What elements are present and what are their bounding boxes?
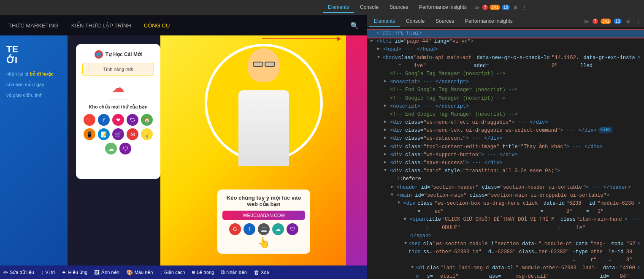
more-tabs-icon[interactable]: ≫ bbox=[473, 4, 482, 11]
dt-tab-sources[interactable]: Sources bbox=[430, 16, 459, 27]
facebook-icon[interactable]: f bbox=[244, 223, 255, 235]
toolbar-spacing[interactable]: ↕ Giãn cách bbox=[160, 269, 185, 276]
tab-console[interactable]: Console bbox=[355, 3, 384, 13]
icon-circle-5[interactable]: 🏠 bbox=[141, 114, 153, 126]
duplicate-icon: ⧉ bbox=[221, 269, 225, 276]
arrow-html[interactable] bbox=[371, 38, 375, 44]
icon-circle-8[interactable]: 🛒 bbox=[112, 128, 124, 140]
icon-circle-3[interactable]: ❤ bbox=[112, 114, 124, 126]
arrow-noscript2[interactable] bbox=[384, 103, 388, 109]
noscript-2[interactable]: <noscript> ··· </noscript> bbox=[367, 103, 644, 111]
toolbar-position-label: Vị trí bbox=[45, 270, 55, 275]
nav-item-tools[interactable]: CÔNG CỤ bbox=[144, 22, 170, 29]
comment-gtm2: <!-- Google Tag Manager (noscript) --> bbox=[367, 95, 644, 103]
toolbar-effect[interactable]: ✦ Hiệu ứng bbox=[62, 269, 87, 276]
div-ws-datacount[interactable]: <div class="ws-datacount"> ··· </div> bbox=[367, 135, 644, 143]
head-line[interactable]: <head> ··· </head> bbox=[367, 46, 644, 54]
arrow-menu-text[interactable] bbox=[384, 127, 388, 133]
arrow-empty4 bbox=[384, 111, 388, 117]
icon-circle-12[interactable]: 🛡 bbox=[119, 143, 131, 154]
arrow-datacount[interactable] bbox=[384, 135, 388, 141]
div-ladi[interactable]: <div class="ladi ladi-msg-detail" data-c… bbox=[367, 264, 644, 279]
more-tabs-btn[interactable]: ≫ bbox=[582, 18, 591, 25]
arrow-head[interactable] bbox=[377, 46, 382, 52]
position-icon: ↕ bbox=[41, 269, 44, 276]
spacing-icon: ↕ bbox=[160, 269, 162, 276]
arrow-handle[interactable] bbox=[404, 216, 408, 222]
icon-circle-6[interactable]: 📱 bbox=[84, 128, 95, 140]
icon-circle-4[interactable]: 🛡 bbox=[127, 114, 138, 126]
nav-item-coding[interactable]: KIẾN THỨC LẬP TRÌNH bbox=[71, 22, 131, 29]
arrow-ws-section[interactable] bbox=[398, 200, 401, 206]
dt-tab-performance[interactable]: Performance insights bbox=[460, 16, 518, 27]
section-ws-section[interactable]: <section class="ws-section module-other-… bbox=[367, 240, 644, 265]
body-line[interactable]: <body class="admin-api main-active" data… bbox=[367, 54, 644, 70]
widget-logo-icon: 🌐 bbox=[95, 50, 103, 59]
div-ws-menu-effect[interactable]: <div class="ws-menu-effect ui-draggable"… bbox=[367, 119, 644, 127]
warning-badge: 241 bbox=[490, 5, 500, 10]
search-icon[interactable]: 🔍 bbox=[350, 22, 359, 30]
toolbar-delete[interactable]: 🗑 Xóa bbox=[254, 269, 269, 276]
html-tag: <html bbox=[376, 38, 395, 46]
hand-icon[interactable]: 👆 bbox=[222, 237, 305, 249]
header-line[interactable]: <header id="section-header" class="secti… bbox=[367, 184, 644, 192]
dt-gear-icon[interactable]: ⚙ bbox=[624, 18, 632, 25]
google-icon[interactable]: G bbox=[229, 223, 241, 235]
widget-feature-btn[interactable]: Tính năng mới bbox=[82, 63, 154, 76]
icon-circle-1[interactable]: 🔴 bbox=[84, 114, 95, 126]
span-item-handle[interactable]: <span title="CLICK GIỮ CHUỘT ĐỂ THAY ĐỔI… bbox=[367, 216, 644, 232]
main-section[interactable]: <main id="section-main" class="section-m… bbox=[367, 192, 644, 200]
div-save-success[interactable]: <div class="save-success"> ··· </div> bbox=[367, 159, 644, 167]
site-promo: Kéo chúng tùy ý mọi lúc vào web của bạn … bbox=[160, 35, 367, 279]
toolbar-background-color[interactable]: 🎨 Màu nền bbox=[126, 269, 153, 276]
arrow-support[interactable] bbox=[384, 151, 388, 158]
shield-icon[interactable]: 🛡 bbox=[287, 223, 298, 235]
gear-icon[interactable]: ⚙ bbox=[511, 4, 520, 11]
toolbar-position[interactable]: ↕ Vị trí bbox=[41, 269, 55, 276]
noscript-1[interactable]: <noscript> ··· </noscript> bbox=[367, 78, 644, 86]
div-ws-menu-text[interactable]: <div class="ws-menu-text ui-draggable ws… bbox=[367, 127, 644, 135]
site-subtitle: nhận lại bị bỏ đi hoặc bbox=[6, 71, 61, 77]
doctype-line[interactable]: <!DOCTYPE html> bbox=[367, 30, 644, 38]
html-line[interactable]: <html id="page-44" lang="vi-vn"> bbox=[367, 38, 644, 46]
arrow-ladi[interactable] bbox=[411, 264, 414, 271]
tab-sources[interactable]: Sources bbox=[384, 3, 413, 13]
arrow-line bbox=[262, 38, 338, 39]
span-close-tag: </span> bbox=[410, 232, 431, 240]
main-area: THỨC MARKETING KIẾN THỨC LẬP TRÌNH CÔNG … bbox=[0, 15, 644, 279]
icon-circle-7[interactable]: 📝 bbox=[98, 128, 110, 140]
div-tool-content[interactable]: <div class="tool-content-edit-image" tit… bbox=[367, 143, 644, 151]
dt-tab-console[interactable]: Console bbox=[401, 16, 430, 27]
dt-warning-count: 241 bbox=[601, 19, 611, 24]
tab-performance[interactable]: Performance insights bbox=[414, 3, 472, 13]
nav-item-marketing[interactable]: THỨC MARKETING bbox=[8, 22, 59, 29]
icon-circle-9[interactable]: ✉ bbox=[127, 128, 138, 140]
dt-more-icon[interactable]: ⋮ bbox=[634, 18, 642, 25]
icon-circle-10[interactable]: 💡 bbox=[141, 128, 153, 140]
icon-circle-2[interactable]: f bbox=[98, 114, 110, 126]
toolbar-bg-img-label: Ảnh nền bbox=[101, 270, 119, 275]
arrow-save[interactable] bbox=[384, 159, 388, 166]
arrow-header[interactable] bbox=[391, 184, 395, 190]
more-options-icon[interactable]: ⋮ bbox=[520, 4, 529, 11]
div-ws-support[interactable]: <div class="ws-support-button"> ··· </di… bbox=[367, 151, 644, 159]
arrow-main[interactable] bbox=[384, 167, 388, 174]
cloud-icon[interactable]: ☁ bbox=[272, 223, 284, 235]
arrow-menu-effect[interactable] bbox=[384, 119, 388, 125]
dt-tab-elements[interactable]: Elements bbox=[369, 16, 400, 27]
toolbar-background-img[interactable]: 🖼 Ảnh nền bbox=[94, 269, 119, 276]
toolbar-padding[interactable]: ≡ Lề trong bbox=[192, 269, 214, 276]
div-main[interactable]: <div class="main" style="transition: all… bbox=[367, 167, 644, 175]
toolbar-duplicate[interactable]: ⧉ Nhân bản bbox=[221, 269, 247, 276]
devtools-html-tree[interactable]: <!DOCTYPE html> <html id="page-44" lang=… bbox=[367, 28, 644, 279]
arrow-section-ws[interactable] bbox=[404, 240, 407, 247]
icon-circle-11[interactable]: ☁ bbox=[105, 143, 117, 154]
arrow-main-section[interactable] bbox=[391, 192, 395, 198]
device-icon[interactable]: 💻 bbox=[258, 223, 270, 235]
div-ws-section-box[interactable]: <div class="ws-section-box ws-drag-here … bbox=[367, 200, 644, 216]
arrow-noscript1[interactable] bbox=[384, 78, 388, 85]
tab-elements[interactable]: Elements bbox=[323, 3, 354, 13]
arrow-tool[interactable] bbox=[384, 143, 388, 150]
toolbar-edit-data[interactable]: ✏ Sửa dữ liệu bbox=[3, 269, 34, 276]
arrow-body[interactable] bbox=[377, 54, 381, 61]
